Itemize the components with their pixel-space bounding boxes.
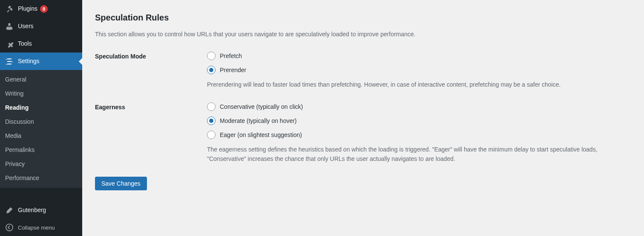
eagerness-row: Eagerness Conservative (typically on cli… xyxy=(95,102,631,164)
radio-label: Eager (on slightest suggestion) xyxy=(220,131,302,138)
sidebar-label: Tools xyxy=(18,40,32,47)
radio-eager[interactable]: Eager (on slightest suggestion) xyxy=(207,131,631,139)
submenu-reading[interactable]: Reading xyxy=(0,101,82,115)
radio-icon xyxy=(207,131,216,139)
sidebar-item-gutenberg[interactable]: Gutenberg xyxy=(0,201,82,219)
radio-moderate[interactable]: Moderate (typically on hover) xyxy=(207,117,631,125)
page-title: Speculation Rules xyxy=(95,13,631,23)
page-description: This section allows you to control how U… xyxy=(95,29,631,39)
content-area: Speculation Rules This section allows yo… xyxy=(82,0,644,236)
sidebar-item-tools[interactable]: Tools xyxy=(0,35,82,52)
radio-label: Conservative (typically on click) xyxy=(220,103,303,110)
radio-label: Prefetch xyxy=(220,52,242,59)
save-button[interactable]: Save Changes xyxy=(95,177,147,190)
admin-sidebar: Plugins 8 Users Tools Settings General W… xyxy=(0,0,82,236)
submenu-general[interactable]: General xyxy=(0,73,82,87)
radio-conservative[interactable]: Conservative (typically on click) xyxy=(207,102,631,111)
plug-icon xyxy=(5,5,14,13)
settings-submenu: General Writing Reading Discussion Media… xyxy=(0,70,82,188)
sidebar-label: Users xyxy=(18,22,34,30)
plugins-badge: 8 xyxy=(40,5,48,13)
sidebar-item-settings[interactable]: Settings xyxy=(0,52,82,70)
collapse-label: Collapse menu xyxy=(18,224,55,231)
sidebar-item-users[interactable]: Users xyxy=(0,17,82,35)
submenu-privacy[interactable]: Privacy xyxy=(0,157,82,171)
pencil-icon xyxy=(5,206,14,215)
radio-icon xyxy=(207,66,216,74)
radio-label: Prerender xyxy=(220,67,246,73)
submenu-permalinks[interactable]: Permalinks xyxy=(0,143,82,157)
radio-prefetch[interactable]: Prefetch xyxy=(207,52,631,60)
collapse-menu[interactable]: Collapse menu xyxy=(0,219,82,236)
submenu-media[interactable]: Media xyxy=(0,129,82,143)
collapse-icon xyxy=(5,223,14,232)
sidebar-label: Gutenberg xyxy=(18,206,46,214)
radio-icon xyxy=(207,52,216,60)
submenu-discussion[interactable]: Discussion xyxy=(0,115,82,129)
sidebar-label: Plugins xyxy=(18,5,37,12)
wrench-icon xyxy=(5,40,14,48)
speculation-mode-label: Speculation Mode xyxy=(95,52,207,60)
svg-point-0 xyxy=(6,224,13,231)
radio-icon xyxy=(207,102,216,111)
sidebar-label: Settings xyxy=(18,57,40,65)
radio-icon xyxy=(207,117,216,125)
speculation-mode-row: Speculation Mode Prefetch Prerender Prer… xyxy=(95,52,631,89)
sidebar-item-plugins[interactable]: Plugins 8 xyxy=(0,0,82,17)
radio-prerender[interactable]: Prerender xyxy=(207,66,631,74)
sliders-icon xyxy=(5,57,14,66)
submenu-writing[interactable]: Writing xyxy=(0,87,82,101)
eagerness-description: The eagerness setting defines the heuris… xyxy=(207,145,616,164)
user-icon xyxy=(5,22,14,31)
mode-description: Prerendering will lead to faster load ti… xyxy=(207,80,616,89)
radio-label: Moderate (typically on hover) xyxy=(220,117,297,124)
submenu-performance[interactable]: Performance xyxy=(0,171,82,185)
eagerness-label: Eagerness xyxy=(95,102,207,111)
